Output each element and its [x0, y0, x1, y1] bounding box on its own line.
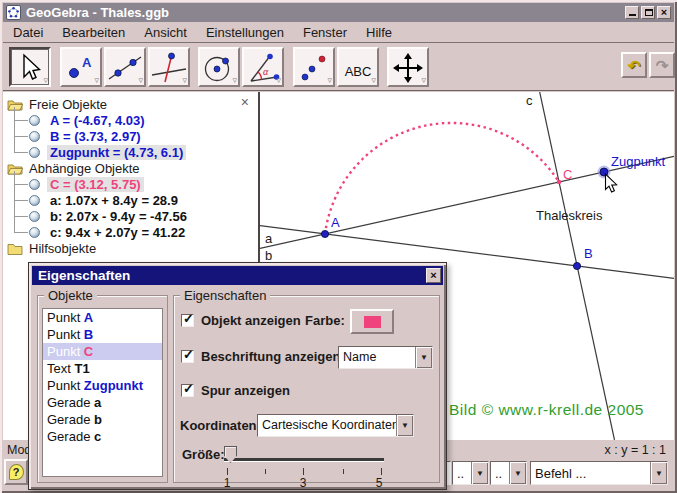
trace-checkbox[interactable]: ✓: [181, 384, 194, 397]
undo-button[interactable]: ↶: [621, 52, 647, 78]
line-a-label: a: [265, 231, 273, 246]
algebra-item[interactable]: b: 2.07x - 9.4y = -47.56: [3, 208, 258, 224]
algebra-item[interactable]: B = (3.73, 2.97): [3, 128, 258, 144]
object-list-item[interactable]: Punkt C: [43, 343, 162, 360]
show-label-checkbox[interactable]: ✓: [181, 350, 194, 363]
point-c[interactable]: [557, 180, 562, 185]
object-marble-icon[interactable]: [29, 115, 40, 126]
window-title: GeoGebra - Thales.ggb: [26, 5, 623, 20]
tick-label-3: 3: [298, 476, 308, 490]
show-object-label: Objekt anzeigen: [201, 313, 301, 328]
koordinaten-combo[interactable]: Cartesische Koordinaten: [257, 414, 414, 437]
chevron-down-icon[interactable]: [396, 415, 413, 436]
menu-fenster[interactable]: Fenster: [297, 23, 353, 42]
objects-group: Objekte Punkt APunkt BPunkt CText T1Punk…: [37, 295, 168, 483]
show-object-checkbox[interactable]: ✓: [181, 314, 194, 327]
maximize-button[interactable]: [641, 6, 655, 19]
folder-label: Hilfsobjekte: [29, 241, 96, 256]
menu-einstellungen[interactable]: Einstellungen: [200, 23, 290, 42]
tool-dropdown-arrow-icon[interactable]: ▿: [138, 76, 143, 85]
thaleskreis-text[interactable]: Thaleskreis: [536, 208, 603, 223]
redo-button[interactable]: ↷: [649, 52, 675, 78]
algebra-item[interactable]: A = (-4.67, 4.03): [3, 112, 258, 128]
point-a[interactable]: [321, 230, 328, 237]
angle-tool[interactable]: α▿: [242, 47, 284, 87]
object-marble-icon[interactable]: [29, 131, 40, 142]
relation-points-tool[interactable]: ▿: [293, 47, 335, 87]
menu-hilfe[interactable]: Hilfe: [360, 23, 398, 42]
point-tool[interactable]: A▿: [60, 47, 102, 87]
algebra-item[interactable]: Zugpunkt = (4.73, 6.1): [3, 144, 258, 160]
chevron-down-icon[interactable]: [471, 462, 488, 484]
tree-folder[interactable]: Freie Objekte: [3, 96, 258, 112]
object-list-item[interactable]: Gerade b: [43, 411, 162, 428]
circle-with-center-tool[interactable]: ▿: [198, 47, 240, 87]
color-button[interactable]: [350, 309, 394, 334]
axes-ratio-label: x : y = 1 : 1: [605, 443, 667, 457]
move-canvas-tool[interactable]: ▿: [387, 47, 429, 87]
minimize-button[interactable]: [625, 6, 639, 19]
object-list-item[interactable]: Punkt B: [43, 326, 162, 343]
algebra-item-text: B = (3.73, 2.97): [47, 129, 144, 144]
command-combo[interactable]: Befehl ...: [530, 461, 668, 485]
dialog-close-button[interactable]: ×: [426, 268, 441, 283]
object-list[interactable]: Punkt APunkt BPunkt CText T1Punkt Zugpun…: [42, 308, 163, 477]
folder-label: Abhängige Objekte: [29, 161, 140, 176]
tool-dropdown-arrow-icon[interactable]: ▿: [327, 76, 332, 85]
degree-combo[interactable]: ..: [452, 461, 489, 485]
tool-dropdown-arrow-icon[interactable]: ▿: [371, 76, 376, 85]
algebra-item-text: c: 9.4x + 2.07y = 41.22: [47, 225, 188, 240]
algebra-tree: Freie ObjekteA = (-4.67, 4.03)B = (3.73,…: [3, 96, 258, 256]
menu-bearbeiten[interactable]: Bearbeiten: [56, 23, 131, 42]
symbol-combo[interactable]: ..: [490, 461, 527, 485]
line-through-two-points-tool[interactable]: ▿: [104, 47, 146, 87]
slider-tick: [343, 469, 344, 474]
algebra-item-text: b: 2.07x - 9.4y = -47.56: [47, 209, 190, 224]
object-marble-icon[interactable]: [29, 227, 40, 238]
move-tool[interactable]: ▿: [9, 47, 51, 87]
text-tool[interactable]: ABC▿: [337, 47, 379, 87]
algebra-item[interactable]: C = (3.12, 5.75): [3, 176, 258, 192]
object-list-item[interactable]: Gerade a: [43, 394, 162, 411]
line-c-label: c: [526, 93, 533, 108]
perpendicular-line-tool[interactable]: ▿: [148, 47, 190, 87]
object-list-item[interactable]: Punkt A: [43, 309, 162, 326]
size-slider-track[interactable]: [224, 458, 384, 461]
tree-folder[interactable]: Abhängige Objekte: [3, 160, 258, 176]
copyright-text: Bild © www.r-krell.de 2005: [449, 401, 644, 418]
chevron-down-icon[interactable]: [509, 462, 526, 484]
algebra-close-icon[interactable]: ×: [241, 96, 249, 108]
algebra-item[interactable]: a: 1.07x + 8.4y = 28.9: [3, 192, 258, 208]
object-marble-icon[interactable]: [29, 179, 40, 190]
thales-trace-arc: [325, 123, 559, 234]
algebra-item-text: a: 1.07x + 8.4y = 28.9: [47, 193, 181, 208]
toolbar: ▿A▿▿▿▿α▿▿ABC▿▿: [3, 44, 674, 91]
show-label-label: Beschriftung anzeigen:: [201, 349, 345, 364]
object-marble-icon[interactable]: [29, 147, 40, 158]
menu-datei[interactable]: Datei: [7, 23, 49, 42]
object-list-item[interactable]: Text T1: [43, 360, 162, 377]
koordinaten-label: Koordinaten:: [180, 418, 261, 433]
object-list-item[interactable]: Gerade c: [43, 428, 162, 445]
menu-ansicht[interactable]: Ansicht: [138, 23, 193, 42]
point-b[interactable]: [573, 262, 580, 269]
algebra-item[interactable]: c: 9.4x + 2.07y = 41.22: [3, 224, 258, 240]
tool-dropdown-arrow-icon[interactable]: ▿: [421, 76, 426, 85]
tool-dropdown-arrow-icon[interactable]: ▿: [182, 76, 187, 85]
tool-dropdown-arrow-icon[interactable]: ▿: [43, 76, 48, 85]
tick-label-5: 5: [374, 476, 384, 490]
chevron-down-icon[interactable]: [650, 462, 667, 484]
object-marble-icon[interactable]: [29, 195, 40, 206]
close-button[interactable]: ×: [657, 6, 671, 19]
help-button[interactable]: ?: [4, 459, 28, 485]
object-list-item[interactable]: Punkt Zugpunkt: [43, 377, 162, 394]
tool-dropdown-arrow-icon[interactable]: ▿: [94, 76, 99, 85]
dialog-title-bar[interactable]: Eigenschaften ×: [32, 266, 443, 285]
geogebra-logo-icon: [6, 5, 21, 20]
object-marble-icon[interactable]: [29, 211, 40, 222]
tree-folder[interactable]: Hilfsobjekte: [3, 240, 258, 256]
label-style-combo[interactable]: Name: [338, 346, 433, 369]
tool-dropdown-arrow-icon[interactable]: ▿: [232, 76, 237, 85]
chevron-down-icon[interactable]: [415, 347, 432, 368]
tool-dropdown-arrow-icon[interactable]: ▿: [276, 76, 281, 85]
